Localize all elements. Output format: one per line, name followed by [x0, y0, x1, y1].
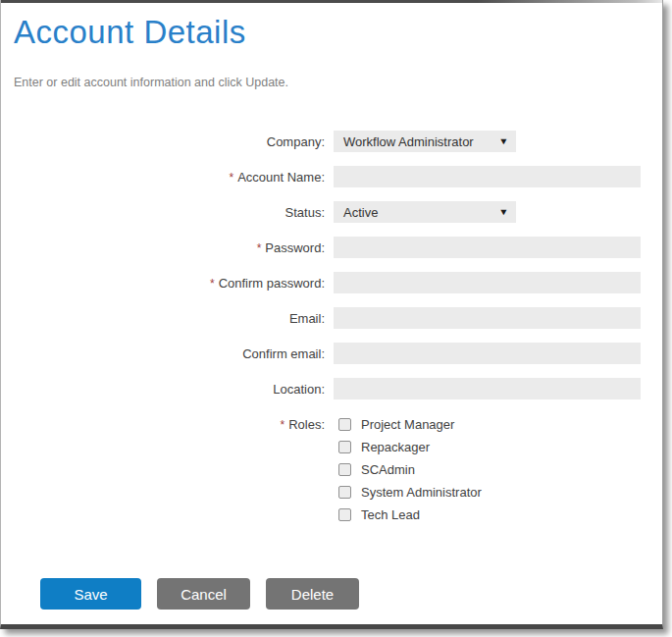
page-title: Account Details — [14, 13, 662, 52]
repackager-checkbox[interactable] — [338, 441, 351, 453]
location-input[interactable] — [334, 378, 641, 399]
account-details-panel: Account Details Enter or edit account in… — [0, 0, 663, 629]
role-label: SCAdmin — [361, 462, 415, 477]
screenshot-frame: Account Details Enter or edit account in… — [0, 0, 672, 637]
role-label: Tech Lead — [361, 507, 420, 522]
password-input[interactable] — [334, 237, 641, 258]
form-row-roles: *Roles: Project Manager Repackager — [14, 413, 662, 526]
form-row-password: *Password: — [14, 237, 662, 258]
password-label: Password: — [265, 240, 325, 255]
roles-label: Roles: — [288, 417, 325, 432]
status-label: Status: — [285, 205, 325, 220]
company-select[interactable]: Workflow Administrator ▼ — [334, 131, 516, 152]
role-label: Repackager — [361, 440, 430, 454]
role-item-system-administrator: System Administrator — [334, 481, 482, 504]
tech-lead-checkbox[interactable] — [338, 508, 351, 521]
location-label: Location: — [273, 382, 325, 397]
email-label: Email: — [289, 311, 325, 326]
status-select-value: Active — [343, 205, 378, 220]
form-row-location: Location: — [14, 378, 662, 399]
form-row-confirm-password: *Confirm password: — [14, 272, 662, 293]
status-select[interactable]: Active ▼ — [334, 201, 516, 223]
required-asterisk: * — [229, 171, 233, 185]
company-select-value: Workflow Administrator — [343, 134, 474, 149]
required-asterisk: * — [257, 241, 262, 255]
role-item-project-manager: Project Manager — [334, 413, 482, 436]
account-name-label: Account Name: — [237, 170, 325, 185]
form-row-confirm-email: Confirm email: — [14, 343, 662, 364]
form-row-company: Company: Workflow Administrator ▼ — [14, 131, 662, 152]
page-content: Account Details Enter or edit account in… — [1, 0, 662, 610]
role-label: System Administrator — [361, 485, 482, 500]
form-row-account-name: *Account Name: — [14, 166, 662, 187]
account-name-input[interactable] — [334, 166, 641, 187]
system-administrator-checkbox[interactable] — [338, 486, 351, 499]
confirm-email-input[interactable] — [334, 343, 641, 364]
save-button[interactable]: Save — [40, 578, 141, 610]
delete-button[interactable]: Delete — [266, 578, 359, 610]
company-label: Company: — [267, 134, 325, 149]
chevron-down-icon: ▼ — [498, 207, 508, 217]
roles-group: Project Manager Repackager SCAdmin — [334, 413, 482, 526]
project-manager-checkbox[interactable] — [338, 418, 351, 431]
role-item-repackager: Repackager — [334, 436, 482, 458]
scadmin-checkbox[interactable] — [338, 463, 351, 476]
form-row-status: Status: Active ▼ — [14, 201, 662, 223]
email-input[interactable] — [334, 307, 641, 329]
page-subtitle: Enter or edit account information and cl… — [14, 76, 662, 89]
confirm-email-label: Confirm email: — [242, 346, 325, 361]
role-item-tech-lead: Tech Lead — [334, 504, 482, 526]
confirm-password-label: Confirm password: — [219, 276, 325, 291]
form-row-email: Email: — [14, 307, 662, 329]
chevron-down-icon: ▼ — [498, 136, 508, 146]
required-asterisk: * — [210, 277, 215, 291]
account-form: Company: Workflow Administrator ▼ *Accou… — [14, 131, 662, 610]
role-item-scadmin: SCAdmin — [334, 458, 482, 481]
button-bar: Save Cancel Delete — [40, 578, 662, 610]
confirm-password-input[interactable] — [334, 272, 641, 293]
panel-top-edge — [1, 0, 662, 3]
role-label: Project Manager — [361, 417, 454, 432]
cancel-button[interactable]: Cancel — [157, 578, 250, 610]
required-asterisk: * — [280, 418, 284, 432]
field-label: Company: — [14, 134, 325, 149]
